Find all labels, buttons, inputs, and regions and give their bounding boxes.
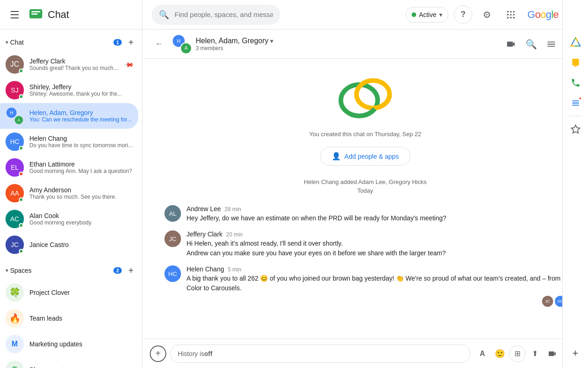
chat-preview: Good morning everybody. xyxy=(29,219,133,226)
chat-section-title: Chat xyxy=(10,39,112,46)
settings-button[interactable]: ⚙ xyxy=(478,6,496,24)
app-title: Chat xyxy=(48,9,69,21)
active-status-button[interactable]: Active ▾ xyxy=(406,7,448,23)
space-icon: 🍀 xyxy=(6,283,24,302)
spaces-section-header[interactable]: ▾ Spaces 2 + xyxy=(0,258,142,280)
google-keep-icon[interactable] xyxy=(566,53,585,72)
hamburger-menu[interactable] xyxy=(6,6,24,24)
space-name: Marketing updates xyxy=(29,340,82,348)
help-button[interactable]: ? xyxy=(454,6,472,24)
space-icon: 🔥 xyxy=(6,309,24,328)
chat-preview: Do you have time to sync tomorrow mori..… xyxy=(29,142,133,149)
chat-preview: Shirley: Awesome, thank you for the... xyxy=(29,91,133,97)
sidebar-item-team-leads[interactable]: 🔥 Team leads xyxy=(0,305,138,331)
chat-info: Helen, Adam, Gregory You: Can we resched… xyxy=(29,109,133,123)
status-dot-busy xyxy=(19,172,23,176)
chat-preview: Thank you so much. See you there. xyxy=(29,194,133,200)
add-people-button[interactable]: 👤 Add people & apps xyxy=(320,147,410,166)
conversation-name: Helen, Adam, Gregory ▾ xyxy=(196,37,498,45)
chat-item-helen-adam-gregory[interactable]: H A Helen, Adam, Gregory You: Can we res… xyxy=(0,103,138,129)
message-content: Andrew Lee 28 min Hey Jeffery, do we hav… xyxy=(187,205,566,223)
sidebar-item-plant-parents[interactable]: P Plant parents xyxy=(0,357,138,368)
spaces-chevron: ▾ xyxy=(6,267,8,274)
svg-point-10 xyxy=(507,17,509,18)
chat-name: Janice Castro xyxy=(29,241,133,248)
google-drive-icon[interactable] xyxy=(566,33,585,52)
history-off-label: off xyxy=(204,350,213,357)
status-dot-online xyxy=(19,146,23,150)
chat-info: Jeffery Clark Sounds great! Thank you so… xyxy=(29,58,119,71)
chat-item-ethan-lattimore[interactable]: EL Ethan Lattimore Good morning Ann. May… xyxy=(0,155,138,180)
chat-item-helen-chang[interactable]: HC Helen Chang Do you have time to sync … xyxy=(0,129,138,155)
chat-section-chevron: ▾ xyxy=(6,39,8,46)
add-apps-button[interactable]: + xyxy=(566,344,585,362)
status-dot-online xyxy=(19,249,23,253)
status-dot-online xyxy=(19,69,23,73)
svg-marker-22 xyxy=(571,38,580,46)
search-icon: 🔍 xyxy=(159,10,169,20)
messages-area: You created this chat on Thursday, Sep 2… xyxy=(142,59,588,339)
text-format-button[interactable]: A xyxy=(474,345,491,362)
apps-grid-button[interactable] xyxy=(502,6,520,24)
svg-point-12 xyxy=(513,17,515,18)
msg-avatar: HC xyxy=(164,265,181,282)
chat-item-janice-castro[interactable]: JC Janice Castro xyxy=(0,232,138,258)
chat-item-alan-cook[interactable]: AC Alan Cook Good morning everybody. xyxy=(0,206,138,232)
avatar: JC xyxy=(6,236,24,254)
svg-point-8 xyxy=(510,14,512,16)
svg-rect-1 xyxy=(31,11,40,12)
space-name: Team leads xyxy=(29,315,62,322)
message-text: Hey Jeffery, do we have an estimate on w… xyxy=(187,213,566,223)
chat-info: Amy Anderson Thank you so much. See you … xyxy=(29,186,133,200)
chevron-down-icon: ▾ xyxy=(439,11,442,18)
google-tasks-icon[interactable] xyxy=(566,94,585,112)
video-message-button[interactable] xyxy=(544,345,560,362)
mention-button[interactable]: ⊞ xyxy=(509,345,526,362)
chat-item-jeffery-clark[interactable]: JC Jeffery Clark Sounds great! Thank you… xyxy=(0,52,138,77)
chat-info: Janice Castro xyxy=(29,241,133,248)
message-time: 28 min xyxy=(225,206,241,213)
add-chat-button[interactable]: + xyxy=(124,35,138,50)
star-icon[interactable] xyxy=(566,120,585,138)
avatar: EL xyxy=(6,158,24,177)
chat-item-shirley-jeffery[interactable]: SJ Shirley, Jeffery Shirley: Awesome, th… xyxy=(0,77,138,103)
sidebar-item-project-clover[interactable]: 🍀 Project Clover xyxy=(0,280,138,305)
chat-item-amy-anderson[interactable]: AA Amy Anderson Thank you so much. See y… xyxy=(0,180,138,206)
chat-header: ← H A Helen, Adam, Gregory ▾ 3 members 🔍 xyxy=(142,29,588,59)
upload-file-button[interactable]: ⬆ xyxy=(526,345,543,362)
avatar-group: H A xyxy=(6,107,24,125)
reaction-avatar-1: JC xyxy=(542,296,553,307)
video-call-button[interactable] xyxy=(502,35,520,53)
chat-name: Helen Chang xyxy=(29,135,133,142)
chat-preview: Sounds great! Thank you so much Ann! xyxy=(29,65,119,71)
message-time: 5 min xyxy=(228,266,241,273)
reaction-avatars: JC HC xyxy=(187,296,566,307)
message-input[interactable]: History is off xyxy=(170,345,470,363)
space-name: Project Clover xyxy=(29,289,70,296)
add-people-icon: 👤 xyxy=(332,152,341,161)
avatar: JC xyxy=(6,55,24,74)
chevron-down-icon: ▾ xyxy=(270,37,273,45)
svg-point-9 xyxy=(513,14,515,16)
sidebar-toggle-button[interactable] xyxy=(542,35,560,53)
search-input[interactable] xyxy=(175,11,273,18)
svg-rect-26 xyxy=(575,65,577,67)
conversation-info: Helen, Adam, Gregory ▾ 3 members xyxy=(196,37,498,52)
message-group-andrew: AL Andrew Lee 28 min Hey Jeffery, do we … xyxy=(164,205,566,223)
add-space-button[interactable]: + xyxy=(124,263,138,278)
svg-marker-23 xyxy=(571,38,580,46)
search-message-button[interactable]: 🔍 xyxy=(522,35,540,53)
svg-point-6 xyxy=(513,11,515,12)
search-bar[interactable]: 🔍 xyxy=(152,5,280,25)
add-attachment-button[interactable]: + xyxy=(150,345,166,362)
svg-marker-27 xyxy=(571,125,579,133)
back-button[interactable]: ← xyxy=(150,35,168,53)
avatar: AC xyxy=(6,210,24,228)
sidebar-item-marketing-updates[interactable]: M Marketing updates xyxy=(0,331,138,357)
svg-point-11 xyxy=(510,17,512,18)
chat-section-header[interactable]: ▾ Chat 1 + xyxy=(0,29,142,52)
emoji-button[interactable]: 🙂 xyxy=(492,345,508,362)
input-bar: + History is off A 🙂 ⊞ ⬆ xyxy=(142,339,588,368)
google-phone-icon[interactable] xyxy=(566,74,585,92)
chat-info: Shirley, Jeffery Shirley: Awesome, thank… xyxy=(29,83,133,97)
